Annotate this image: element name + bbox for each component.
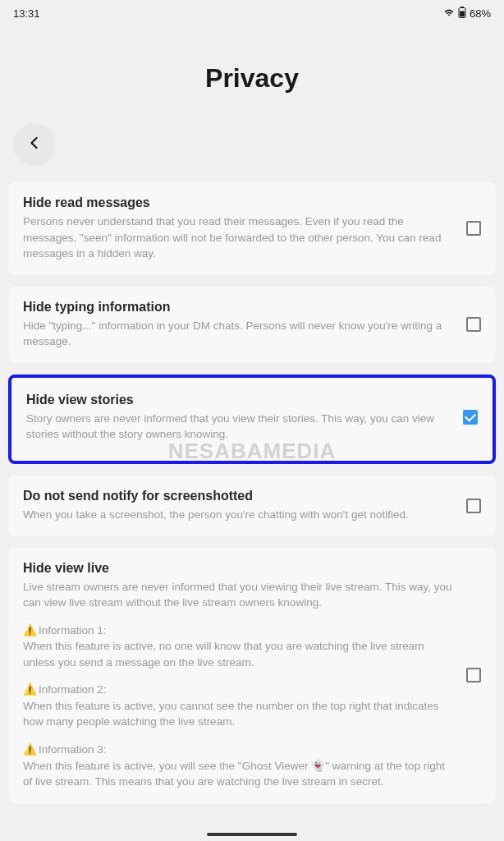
status-time: 13:31: [13, 7, 40, 20]
status-right: 68%: [443, 7, 491, 21]
setting-content: Do not send notify for screenshotted Whe…: [23, 489, 453, 523]
setting-hide-typing[interactable]: Hide typing information Hide "typing..."…: [8, 287, 496, 363]
setting-desc: Hide "typing..." information in your DM …: [23, 318, 453, 350]
setting-title: Do not send notify for screenshotted: [23, 489, 453, 503]
warning-icon: ⚠️: [23, 683, 37, 696]
setting-no-screenshot-notify[interactable]: Do not send notify for screenshotted Whe…: [8, 476, 496, 536]
setting-content: Hide view stories Story owners are never…: [26, 393, 450, 443]
setting-desc: Live stream owners are never informed th…: [23, 579, 453, 611]
settings-list: Hide read messages Persons never underst…: [0, 182, 504, 803]
setting-content: Hide typing information Hide "typing..."…: [23, 300, 453, 350]
setting-content: Hide view live Live stream owners are ne…: [23, 561, 453, 790]
setting-desc: When you take a screenshot, the person y…: [23, 507, 453, 523]
setting-content: Hide read messages Persons never underst…: [23, 195, 453, 262]
info-label: Information 2:: [39, 683, 107, 696]
warning-icon: ⚠️: [23, 624, 37, 636]
checkbox-hide-typing[interactable]: [466, 317, 481, 332]
checkbox-no-screenshot-notify[interactable]: [466, 499, 481, 513]
info-block-3: ⚠️Information 3: When this feature is ac…: [23, 742, 453, 790]
home-indicator[interactable]: [207, 833, 297, 836]
status-bar: 13:31 68%: [0, 0, 504, 24]
setting-title: Hide view live: [23, 561, 453, 576]
setting-hide-view-live[interactable]: Hide view live Live stream owners are ne…: [8, 548, 496, 803]
info-text: When this feature is active, you will se…: [23, 760, 445, 788]
setting-desc: Persons never understand that you read t…: [23, 214, 453, 262]
status-battery-text: 68%: [470, 7, 491, 20]
page-title: Privacy: [0, 63, 504, 94]
info-text: When this feature is active, you cannot …: [23, 700, 439, 728]
setting-title: Hide view stories: [26, 393, 450, 407]
setting-hide-read-messages[interactable]: Hide read messages Persons never underst…: [8, 182, 496, 275]
info-text: When this feature is active, no one will…: [23, 640, 424, 669]
back-button[interactable]: [13, 123, 56, 166]
chevron-left-icon: [27, 136, 42, 154]
svg-rect-2: [460, 11, 465, 17]
setting-title: Hide read messages: [23, 195, 453, 210]
info-label: Information 1:: [39, 624, 107, 636]
setting-desc: Story owners are never informed that you…: [26, 411, 450, 443]
battery-icon: [458, 7, 466, 21]
checkbox-hide-view-live[interactable]: [466, 668, 481, 682]
info-label: Information 3:: [39, 743, 107, 756]
checkbox-hide-view-stories[interactable]: [463, 410, 478, 425]
checkbox-hide-read-messages[interactable]: [466, 221, 481, 236]
setting-hide-view-stories[interactable]: Hide view stories Story owners are never…: [8, 375, 496, 464]
wifi-icon: [443, 7, 455, 20]
setting-title: Hide typing information: [23, 300, 453, 315]
info-block-1: ⚠️Information 1: When this feature is ac…: [23, 623, 453, 671]
warning-icon: ⚠️: [23, 743, 37, 756]
info-block-2: ⚠️Information 2: When this feature is ac…: [23, 682, 453, 730]
